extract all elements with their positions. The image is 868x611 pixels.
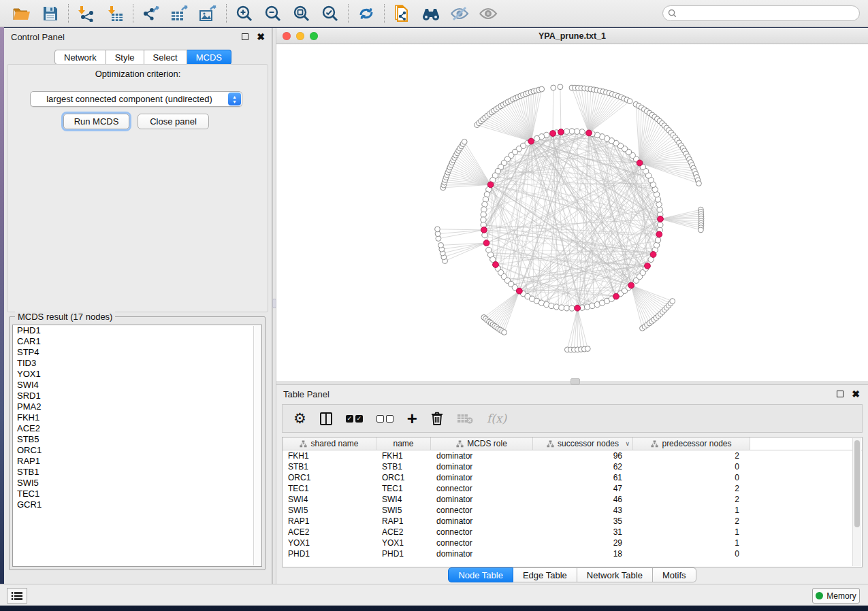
cell-name: STB1 <box>376 461 431 472</box>
dropdown-stepper-icon: ▲▼ <box>228 93 241 105</box>
cell-name: ACE2 <box>376 527 431 538</box>
mcds-node-item[interactable]: STB1 <box>13 467 261 478</box>
search-binoculars-icon[interactable] <box>421 4 440 23</box>
zoom-out-icon[interactable] <box>263 4 283 23</box>
show-column-panel-icon[interactable] <box>320 410 332 427</box>
cell-successor-nodes: 96 <box>533 450 633 461</box>
column-header-successor-nodes[interactable]: successor nodes∨ <box>533 437 633 450</box>
mcds-node-item[interactable]: ORC1 <box>13 445 261 456</box>
table-panel: Table Panel ✖ ⚙ ✓✓ + f(x) shared namenam… <box>276 384 868 584</box>
mcds-node-item[interactable]: CAR1 <box>13 336 261 347</box>
tab-mcds[interactable]: MCDS <box>187 50 231 65</box>
mcds-node-item[interactable]: TID3 <box>13 358 261 369</box>
mcds-node-item[interactable]: TEC1 <box>13 489 261 499</box>
cell-predecessor-nodes: 1 <box>633 527 750 538</box>
memory-button[interactable]: Memory <box>812 588 860 604</box>
cell-shared-name: RAP1 <box>283 516 376 527</box>
mcds-node-item[interactable]: FKH1 <box>13 412 261 423</box>
zoom-fit-icon[interactable] <box>292 4 311 23</box>
search-input[interactable] <box>677 7 859 20</box>
cell-successor-nodes: 61 <box>533 472 633 483</box>
memory-label: Memory <box>826 591 856 601</box>
zoom-in-icon[interactable] <box>235 4 254 23</box>
tab-network-table[interactable]: Network Table <box>577 567 653 582</box>
toolbar-separator <box>68 4 69 23</box>
mcds-node-item[interactable]: GCR1 <box>13 499 261 510</box>
cell-successor-nodes: 29 <box>533 538 633 548</box>
hide-selected-icon[interactable] <box>450 4 469 23</box>
export-image-icon[interactable] <box>199 4 218 23</box>
search-field[interactable] <box>662 5 860 21</box>
tab-node-table[interactable]: Node Table <box>448 567 513 582</box>
cell-successor-nodes: 62 <box>533 461 633 472</box>
mcds-node-item[interactable]: STP4 <box>13 347 261 358</box>
mcds-node-item[interactable]: ACE2 <box>13 423 261 434</box>
apply-layout-icon[interactable] <box>357 4 376 23</box>
task-history-button[interactable] <box>7 588 27 604</box>
list-scrollbar[interactable] <box>253 326 261 565</box>
import-table-icon[interactable] <box>106 4 125 23</box>
mcds-node-item[interactable]: SWI4 <box>13 380 261 391</box>
table-row[interactable]: ORC1ORC1dominator610 <box>283 472 862 483</box>
delete-column-icon[interactable] <box>431 410 443 427</box>
mcds-node-item[interactable]: YOX1 <box>13 369 261 380</box>
float-panel-icon[interactable] <box>837 391 843 397</box>
save-session-icon[interactable] <box>41 4 60 23</box>
table-row[interactable]: TEC1TEC1connector472 <box>283 483 862 494</box>
close-panel-button[interactable]: Close panel <box>138 114 209 129</box>
column-header-name[interactable]: name <box>376 437 431 450</box>
close-panel-icon[interactable]: ✖ <box>257 33 265 40</box>
mcds-node-item[interactable]: SRD1 <box>13 391 261 401</box>
open-file-icon[interactable] <box>12 4 31 23</box>
mcds-node-item[interactable]: RAP1 <box>13 456 261 467</box>
scrollbar-thumb[interactable] <box>854 440 860 527</box>
mcds-node-item[interactable]: PMA2 <box>13 401 261 412</box>
deselect-all-columns-icon[interactable] <box>376 410 393 427</box>
table-row[interactable]: STB1STB1dominator620 <box>283 461 862 472</box>
column-header-shared-name[interactable]: shared name <box>283 437 376 450</box>
table-scrollbar[interactable] <box>852 438 861 566</box>
control-panel: Control Panel ✖ NetworkStyleSelectMCDS O… <box>4 28 272 584</box>
select-all-columns-icon[interactable]: ✓✓ <box>346 410 363 427</box>
close-panel-icon[interactable]: ✖ <box>852 391 860 397</box>
zoom-selected-icon[interactable] <box>321 4 340 23</box>
table-row[interactable]: RAP1RAP1dominator352 <box>283 516 862 527</box>
export-network-icon[interactable] <box>142 4 161 23</box>
tab-network[interactable]: Network <box>54 50 106 65</box>
mcds-result-list[interactable]: PHD1CAR1STP4TID3YOX1SWI4SRD1PMA2FKH1ACE2… <box>12 325 262 567</box>
table-row[interactable]: SWI5SWI5connector431 <box>283 505 862 516</box>
table-row[interactable]: SWI4SWI4dominator462 <box>283 494 862 505</box>
toolbar-separator <box>226 4 227 23</box>
tab-style[interactable]: Style <box>106 50 144 65</box>
float-panel-icon[interactable] <box>242 33 248 40</box>
add-column-icon[interactable]: + <box>407 410 417 427</box>
network-canvas[interactable] <box>276 44 868 381</box>
mcds-node-item[interactable]: STB5 <box>13 434 261 445</box>
cell-name: TEC1 <box>376 483 431 494</box>
run-mcds-button[interactable]: Run MCDS <box>63 114 129 129</box>
column-header-predecessor-nodes[interactable]: predecessor nodes <box>633 437 750 450</box>
table-row[interactable]: PHD1PHD1dominator180 <box>283 548 862 559</box>
table-toolbar: ⚙ ✓✓ + f(x) <box>282 404 863 433</box>
import-network-icon[interactable] <box>77 4 96 23</box>
table-row[interactable]: FKH1FKH1dominator962 <box>283 450 862 461</box>
mcds-node-item[interactable]: SWI5 <box>13 478 261 489</box>
new-network-from-selection-icon[interactable] <box>393 4 412 23</box>
cell-MCDS-role: dominator <box>431 472 533 483</box>
tab-motifs[interactable]: Motifs <box>653 567 696 582</box>
node-table[interactable]: shared namenameMCDS rolesuccessor nodes∨… <box>282 437 863 567</box>
cell-MCDS-role: dominator <box>431 548 533 559</box>
export-table-icon[interactable] <box>170 4 189 23</box>
splitter-handle[interactable] <box>570 378 580 384</box>
optimization-criterion-select[interactable]: largest connected component (undirected)… <box>30 91 242 107</box>
tab-select[interactable]: Select <box>144 50 187 65</box>
mcds-node-item[interactable]: PHD1 <box>13 325 261 336</box>
table-row[interactable]: ACE2ACE2connector311 <box>283 527 862 538</box>
table-options-gear-icon[interactable]: ⚙ <box>293 410 306 427</box>
tab-edge-table[interactable]: Edge Table <box>513 567 577 582</box>
column-header-MCDS-role[interactable]: MCDS role <box>431 437 533 450</box>
sort-chevron-icon[interactable]: ∨ <box>625 440 630 447</box>
table-row[interactable]: YOX1YOX1connector291 <box>283 538 862 548</box>
optimization-criterion-label: Optimization criterion: <box>4 69 272 79</box>
column-type-icon <box>651 440 658 448</box>
